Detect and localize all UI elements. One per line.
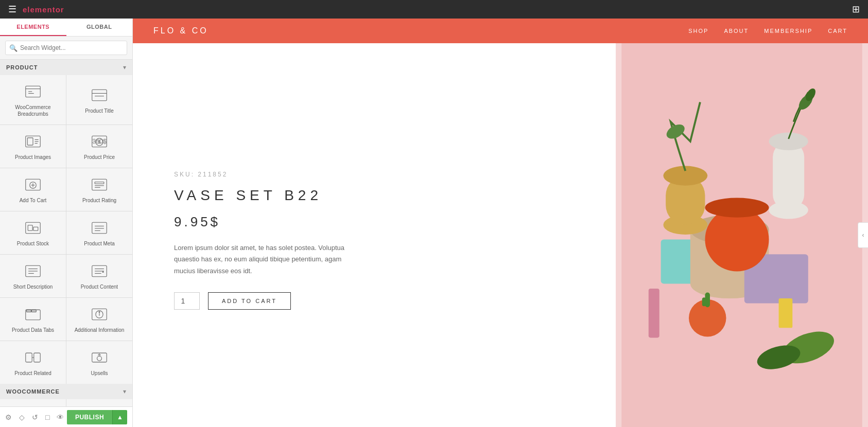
sidebar-tabs: ELEMENTS GLOBAL xyxy=(0,19,132,37)
widget-woocommerce-breadcrumbs[interactable]: WooCommerce Breadcrumbs xyxy=(0,75,66,124)
nav-membership[interactable]: MEMBERSHIP xyxy=(764,28,812,34)
widget-product-data-tabs-label: Product Data Tabs xyxy=(12,327,54,333)
product-data-tabs-icon xyxy=(24,305,42,324)
add-to-cart-button[interactable]: ADD TO CART xyxy=(208,292,291,310)
nav-shop[interactable]: SHOP xyxy=(688,28,708,34)
product-right-column: ‹ xyxy=(616,43,868,427)
elementor-logo: elementor xyxy=(23,5,64,14)
search-container: 🔍 xyxy=(0,37,132,60)
svg-rect-41 xyxy=(31,310,36,312)
history-icon[interactable]: ↺ xyxy=(32,413,38,421)
product-section-header[interactable]: PRODUCT ▾ xyxy=(0,60,132,75)
widget-product-meta-label: Product Meta xyxy=(84,240,114,247)
widget-wc-1[interactable] xyxy=(0,399,66,406)
additional-information-icon xyxy=(90,305,109,324)
woocommerce-widget-grid xyxy=(0,399,132,406)
nav-cart[interactable]: CART xyxy=(828,28,847,34)
product-related-icon xyxy=(24,348,42,367)
widget-product-title[interactable]: Product Title xyxy=(66,75,132,124)
search-input[interactable] xyxy=(5,41,127,55)
svg-rect-26 xyxy=(33,227,38,230)
search-icon: 🔍 xyxy=(9,44,18,52)
responsive-icon[interactable]: □ xyxy=(45,413,49,421)
svg-rect-82 xyxy=(702,297,706,306)
widget-additional-information-label: Additional Information xyxy=(75,327,125,333)
widget-woocommerce-breadcrumbs-label: WooCommerce Breadcrumbs xyxy=(4,104,62,117)
short-description-icon xyxy=(24,262,42,280)
quantity-input[interactable] xyxy=(174,292,200,310)
site-logo: FLO & CO xyxy=(153,26,209,35)
widget-product-related[interactable]: Product Related xyxy=(0,341,66,384)
svg-rect-23 xyxy=(95,182,104,184)
tab-global[interactable]: GLOBAL xyxy=(66,19,133,36)
svg-point-45 xyxy=(99,312,100,313)
widget-product-related-label: Product Related xyxy=(14,370,51,377)
site-nav: SHOP ABOUT MEMBERSHIP CART xyxy=(688,28,847,34)
nav-about[interactable]: ABOUT xyxy=(724,28,749,34)
product-widget-grid: WooCommerce Breadcrumbs Product Title Pr… xyxy=(0,75,132,384)
toolbar-icons: ⚙ ◇ ↺ □ 👁 xyxy=(5,413,64,421)
preview-icon[interactable]: 👁 xyxy=(57,413,64,421)
collapse-handle[interactable]: ‹ xyxy=(858,222,868,248)
svg-rect-0 xyxy=(26,86,40,97)
collapse-icon: ‹ xyxy=(862,232,864,239)
widget-product-stock[interactable]: Product Stock xyxy=(0,211,66,254)
widget-product-stock-label: Product Stock xyxy=(17,240,49,247)
widget-upsells-label: Upsells xyxy=(91,370,108,377)
preview-content: SKU: 211852 VASE SET B22 9.95$ Lorem ips… xyxy=(133,43,868,427)
widget-product-rating-label: Product Rating xyxy=(82,197,116,204)
widget-short-description-label: Short Description xyxy=(13,283,53,290)
style-icon[interactable]: ◇ xyxy=(19,413,25,421)
add-to-cart-row: ADD TO CART xyxy=(174,292,585,310)
widget-add-to-cart-label: Add To Cart xyxy=(20,197,47,204)
widget-add-to-cart[interactable]: Add To Cart xyxy=(0,168,66,211)
grid-icon[interactable]: ⊞ xyxy=(852,4,860,15)
tab-elements[interactable]: ELEMENTS xyxy=(0,19,66,36)
product-image xyxy=(616,43,868,427)
woocommerce-section-header[interactable]: WOOCOMMERCE ▾ xyxy=(0,384,132,399)
widget-upsells[interactable]: Upsells xyxy=(66,341,132,384)
widget-product-price[interactable]: 360$$ Product Price xyxy=(66,125,132,168)
publish-button[interactable]: PUBLISH xyxy=(67,410,112,424)
widget-product-meta[interactable]: Product Meta xyxy=(66,211,132,254)
svg-rect-8 xyxy=(27,138,33,145)
svg-rect-27 xyxy=(92,222,107,233)
publish-arrow-button[interactable]: ▲ xyxy=(112,410,127,424)
settings-icon[interactable]: ⚙ xyxy=(5,413,12,421)
sidebar-content: PRODUCT ▾ WooCommerce Breadcrumbs Produc… xyxy=(0,60,132,406)
svg-rect-77 xyxy=(779,298,793,328)
svg-point-70 xyxy=(769,133,808,150)
product-description: Lorem ipsum dolor sit amet, te has solet… xyxy=(174,242,359,276)
widget-short-description[interactable]: Short Description xyxy=(0,255,66,297)
product-price-display: 9.95$ xyxy=(174,214,585,230)
product-stock-icon xyxy=(24,219,42,237)
widget-product-content[interactable]: Product Content xyxy=(66,255,132,297)
product-images-icon xyxy=(24,132,42,151)
widget-wc-2[interactable] xyxy=(66,399,132,406)
svg-rect-4 xyxy=(92,90,107,100)
svg-rect-47 xyxy=(34,353,40,362)
add-to-cart-icon xyxy=(24,175,42,194)
widget-product-images[interactable]: Product Images xyxy=(0,125,66,168)
upsells-icon xyxy=(90,348,109,367)
product-price-icon: 360$$ xyxy=(90,132,109,151)
widget-additional-information[interactable]: Additional Information xyxy=(66,298,132,341)
woocommerce-breadcrumbs-icon xyxy=(24,82,42,101)
widget-product-data-tabs[interactable]: Product Data Tabs xyxy=(0,298,66,341)
svg-text:$: $ xyxy=(98,139,101,145)
site-header: FLO & CO SHOP ABOUT MEMBERSHIP CART xyxy=(133,19,868,43)
svg-rect-76 xyxy=(649,289,659,337)
widget-product-title-label: Product Title xyxy=(85,108,114,114)
product-rating-icon xyxy=(90,175,109,194)
product-content-icon xyxy=(90,262,109,280)
product-sku: SKU: 211852 xyxy=(174,171,585,178)
bottom-toolbar: ⚙ ◇ ↺ □ 👁 PUBLISH ▲ xyxy=(0,406,132,427)
widget-product-rating[interactable]: Product Rating xyxy=(66,168,132,211)
product-title-icon xyxy=(90,86,109,104)
svg-point-50 xyxy=(97,356,102,361)
menu-icon[interactable]: ☰ xyxy=(8,4,16,15)
svg-rect-46 xyxy=(26,353,32,362)
widget-product-content-label: Product Content xyxy=(81,283,118,290)
svg-rect-40 xyxy=(27,310,31,312)
product-title-display: VASE SET B22 xyxy=(174,187,585,204)
